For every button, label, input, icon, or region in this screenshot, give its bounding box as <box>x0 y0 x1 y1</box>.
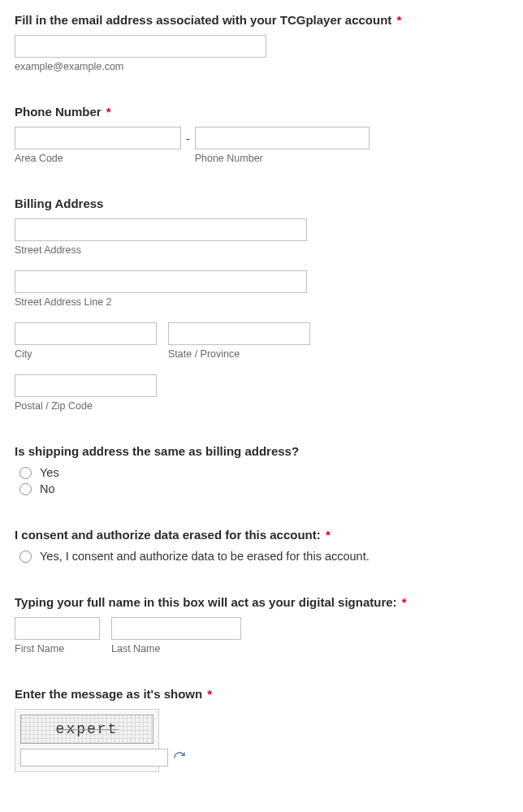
email-helper: example@example.com <box>15 61 508 72</box>
billing-section: Billing Address Street Address Street Ad… <box>15 197 508 412</box>
phone-label-text: Phone Number <box>15 105 102 119</box>
reload-icon[interactable] <box>173 751 186 764</box>
shipping-no-label: No <box>40 482 55 495</box>
captcha-image: expert <box>20 715 153 744</box>
radio-icon <box>19 467 32 479</box>
consent-label-text: I consent and authorize data erased for … <box>15 528 321 542</box>
phone-section: Phone Number * Area Code - Phone Number <box>15 105 508 164</box>
first-name-sublabel: First Name <box>15 643 100 654</box>
required-asterisk: * <box>396 13 401 27</box>
required-asterisk: * <box>207 687 212 701</box>
street-input[interactable] <box>15 218 307 241</box>
postal-sublabel: Postal / Zip Code <box>15 400 508 412</box>
consent-yes-radio[interactable]: Yes, I consent and authorize data to be … <box>19 550 508 563</box>
captcha-label-text: Enter the message as it's shown <box>15 687 202 701</box>
required-asterisk: * <box>326 528 331 542</box>
signature-section: Typing your full name in this box will a… <box>15 595 508 654</box>
phone-area-sublabel: Area Code <box>15 153 181 164</box>
captcha-section: Enter the message as it's shown * expert <box>15 687 508 772</box>
postal-input[interactable] <box>15 374 157 397</box>
email-input[interactable] <box>15 35 266 58</box>
shipping-yes-radio[interactable]: Yes <box>19 466 508 479</box>
phone-number-input[interactable] <box>195 127 370 149</box>
phone-area-input[interactable] <box>15 127 181 149</box>
phone-separator: - <box>186 132 190 158</box>
consent-section: I consent and authorize data erased for … <box>15 528 508 563</box>
shipping-yes-label: Yes <box>40 466 59 479</box>
shipping-same-label: Is shipping address the same as billing … <box>15 444 508 458</box>
last-name-input[interactable] <box>111 617 241 640</box>
consent-yes-label: Yes, I consent and authorize data to be … <box>40 550 370 563</box>
captcha-label: Enter the message as it's shown * <box>15 687 508 701</box>
email-section: Fill in the email address associated wit… <box>15 13 508 72</box>
last-name-sublabel: Last Name <box>111 643 241 654</box>
consent-label: I consent and authorize data erased for … <box>15 528 508 542</box>
phone-label: Phone Number * <box>15 105 508 119</box>
radio-icon <box>19 551 32 563</box>
first-name-input[interactable] <box>15 617 100 640</box>
city-sublabel: City <box>15 348 157 360</box>
required-asterisk: * <box>106 105 111 119</box>
required-asterisk: * <box>402 595 407 609</box>
shipping-same-section: Is shipping address the same as billing … <box>15 444 508 495</box>
billing-label: Billing Address <box>15 197 508 210</box>
city-input[interactable] <box>15 322 157 345</box>
radio-icon <box>19 483 32 495</box>
phone-number-sublabel: Phone Number <box>195 153 370 164</box>
captcha-box: expert <box>15 709 159 772</box>
street2-sublabel: Street Address Line 2 <box>15 296 508 308</box>
state-input[interactable] <box>168 322 310 345</box>
signature-label-text: Typing your full name in this box will a… <box>15 595 397 609</box>
street2-input[interactable] <box>15 270 307 293</box>
captcha-input[interactable] <box>20 749 168 767</box>
state-sublabel: State / Province <box>168 348 310 360</box>
street-sublabel: Street Address <box>15 244 508 256</box>
signature-label: Typing your full name in this box will a… <box>15 595 508 609</box>
shipping-no-radio[interactable]: No <box>19 482 508 495</box>
email-label-text: Fill in the email address associated wit… <box>15 13 391 27</box>
email-label: Fill in the email address associated wit… <box>15 13 508 27</box>
